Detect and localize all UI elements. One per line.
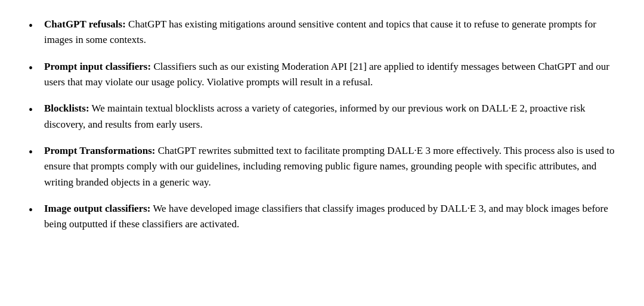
bullet-bold-label: Prompt input classifiers: [44, 61, 151, 72]
list-item: •ChatGPT refusals: ChatGPT has existing … [29, 17, 615, 48]
bullet-text-chatgpt-refusals: ChatGPT refusals: ChatGPT has existing m… [44, 17, 615, 48]
bullet-text-blocklists: Blocklists: We maintain textual blocklis… [44, 101, 615, 132]
list-item: •Blocklists: We maintain textual blockli… [29, 101, 615, 132]
bullet-bold-label: Blocklists: [44, 103, 89, 114]
bullet-bold-label: ChatGPT refusals: [44, 18, 126, 30]
bullet-text-image-output-classifiers: Image output classifiers: We have develo… [44, 201, 615, 233]
bullet-dot-icon: • [29, 143, 42, 162]
bullet-text-prompt-transformations: Prompt Transformations: ChatGPT rewrites… [44, 143, 615, 190]
bullet-dot-icon: • [29, 201, 42, 220]
bullet-bold-label: Image output classifiers: [44, 203, 150, 214]
bullet-text-prompt-input-classifiers: Prompt input classifiers: Classifiers su… [44, 59, 615, 91]
bullet-dot-icon: • [29, 101, 42, 119]
bullet-list: •ChatGPT refusals: ChatGPT has existing … [29, 17, 615, 233]
bullet-bold-label: Prompt Transformations: [44, 145, 156, 156]
bullet-dot-icon: • [29, 59, 42, 78]
list-item: •Prompt input classifiers: Classifiers s… [29, 59, 615, 91]
bullet-dot-icon: • [29, 17, 42, 35]
list-item: •Image output classifiers: We have devel… [29, 201, 615, 233]
list-item: •Prompt Transformations: ChatGPT rewrite… [29, 143, 615, 190]
